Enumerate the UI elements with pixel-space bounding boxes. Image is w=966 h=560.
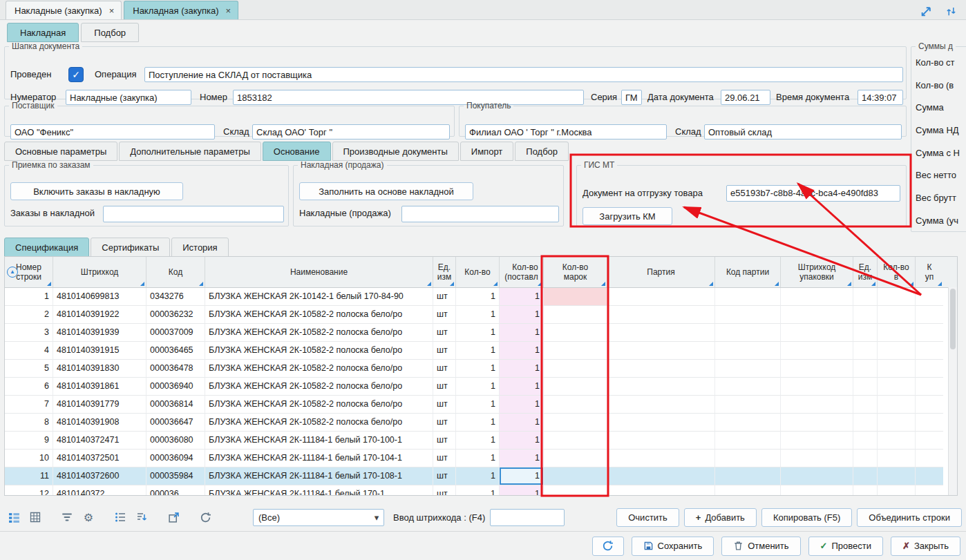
- cell-name[interactable]: БЛУЗКА ЖЕНСКАЯ 2К-11184-1 белый 170-104-…: [205, 450, 433, 467]
- tab-specification[interactable]: Спецификация: [4, 238, 89, 257]
- cell-qty_in[interactable]: [878, 467, 916, 485]
- shipment-document-field[interactable]: e55193b7-c8b8-4aac-bca4-e490fd83: [726, 185, 900, 202]
- cell-k_up[interactable]: [916, 342, 943, 360]
- cell-barcode[interactable]: 4810140372501: [53, 450, 146, 467]
- cell-party_code[interactable]: [715, 378, 781, 396]
- cell-qty_post[interactable]: 1: [500, 396, 544, 414]
- table-row[interactable]: 44810140391915000036465БЛУЗКА ЖЕНСКАЯ 2К…: [5, 342, 957, 360]
- cell-party_code[interactable]: [715, 467, 781, 485]
- cell-unit[interactable]: шт: [433, 342, 456, 360]
- tab-derived-docs[interactable]: Производные документы: [332, 142, 459, 161]
- cell-unit[interactable]: шт: [433, 432, 456, 450]
- cell-unit2[interactable]: [853, 360, 878, 378]
- column-header[interactable]: Код: [146, 257, 205, 287]
- cell-barcode[interactable]: 4810140372471: [53, 432, 146, 450]
- buyer-sklad-field[interactable]: Оптовый склад: [704, 124, 902, 139]
- cell-qty_post[interactable]: 1: [500, 324, 544, 342]
- cell-qty_marks[interactable]: [544, 324, 607, 342]
- cell-k_up[interactable]: [916, 485, 943, 496]
- table-grid-icon[interactable]: [27, 509, 44, 525]
- cancel-button[interactable]: Отменить: [721, 537, 800, 556]
- cell-qty[interactable]: 1: [456, 324, 500, 342]
- close-icon[interactable]: ×: [109, 6, 115, 16]
- cell-party_code[interactable]: [715, 288, 781, 306]
- cell-party[interactable]: [607, 485, 715, 496]
- cell-name[interactable]: БЛУЗКА ЖЕНСКАЯ 2К-10582-2 полоска бело/р…: [205, 342, 433, 360]
- load-km-button[interactable]: Загрузить КМ: [583, 207, 672, 225]
- sort-order-icon[interactable]: ▲: [7, 267, 18, 278]
- cell-name[interactable]: БЛУЗКА ЖЕНСКАЯ 2К-10582-2 полоска бело/р…: [205, 414, 433, 432]
- column-header[interactable]: Ед. изм: [853, 257, 878, 287]
- supplier-sklad-field[interactable]: Склад ОАО' Торг ": [252, 124, 450, 139]
- barcode-input[interactable]: [490, 509, 565, 526]
- tab-nakladnaya[interactable]: Накладная: [7, 23, 79, 42]
- cell-qty_in[interactable]: [878, 432, 916, 450]
- tab-main-params[interactable]: Основные параметры: [4, 142, 117, 161]
- cell-unit[interactable]: шт: [433, 360, 456, 378]
- cell-unit2[interactable]: [853, 288, 878, 306]
- cell-party[interactable]: [607, 324, 715, 342]
- cell-code[interactable]: 000036465: [146, 342, 205, 360]
- column-header[interactable]: Ед. изм: [433, 257, 456, 287]
- cell-unit[interactable]: шт: [433, 378, 456, 396]
- cell-unit2[interactable]: [853, 485, 878, 496]
- tab-import[interactable]: Импорт: [460, 142, 513, 161]
- cell-barcode[interactable]: 4810140391779: [53, 396, 146, 414]
- cell-k_up[interactable]: [916, 414, 943, 432]
- column-header[interactable]: Кол-во: [456, 257, 500, 287]
- cell-num[interactable]: 5: [5, 360, 53, 378]
- cell-code[interactable]: 000037009: [146, 324, 205, 342]
- settings-gear-icon[interactable]: ⚙: [80, 509, 97, 525]
- cell-unit[interactable]: шт: [433, 396, 456, 414]
- cell-k_up[interactable]: [916, 378, 943, 396]
- cell-pack_barcode[interactable]: [781, 450, 853, 467]
- cell-unit2[interactable]: [853, 467, 878, 485]
- refresh-icon[interactable]: [197, 509, 214, 525]
- save-button[interactable]: Сохранить: [632, 537, 714, 556]
- cell-name[interactable]: БЛУЗКА ЖЕНСКАЯ 2К-10582-2 полоска бело/р…: [205, 306, 433, 324]
- cell-num[interactable]: 1: [5, 288, 53, 306]
- cell-code[interactable]: 000036814: [146, 396, 205, 414]
- open-external-icon[interactable]: [165, 509, 182, 525]
- cell-qty_in[interactable]: [878, 414, 916, 432]
- post-button[interactable]: ✓ Провести: [808, 537, 883, 556]
- cell-party[interactable]: [607, 467, 715, 485]
- cell-k_up[interactable]: [916, 432, 943, 450]
- cell-barcode[interactable]: 4810140391861: [53, 378, 146, 396]
- cell-barcode[interactable]: 4810140372600: [53, 467, 146, 485]
- numbered-list-icon[interactable]: [112, 509, 129, 525]
- cell-party_code[interactable]: [715, 485, 781, 496]
- fill-from-invoice-button[interactable]: Заполнить на основе накладной: [299, 182, 473, 200]
- cell-qty_post[interactable]: 1: [500, 450, 544, 467]
- cell-name[interactable]: БЛУЗКА ЖЕНСКАЯ 2К-10142-1 белый 170-84-9…: [205, 288, 433, 306]
- cell-unit[interactable]: шт: [433, 288, 456, 306]
- cell-qty[interactable]: 1: [456, 467, 500, 485]
- cell-name[interactable]: БЛУЗКА ЖЕНСКАЯ 2К-10582-2 полоска бело/р…: [205, 378, 433, 396]
- column-header[interactable]: К уп: [916, 257, 943, 287]
- cell-qty[interactable]: 1: [456, 378, 500, 396]
- buyer-field[interactable]: Филиал ОАО ' Торг " г.Москва: [465, 124, 667, 139]
- cell-qty_marks[interactable]: [544, 414, 607, 432]
- cell-k_up[interactable]: [916, 450, 943, 467]
- column-header[interactable]: Партия: [607, 257, 715, 287]
- table-row[interactable]: 84810140391908000036647БЛУЗКА ЖЕНСКАЯ 2К…: [5, 414, 957, 432]
- tab-invoice-document[interactable]: Накладная (закупка) ×: [124, 1, 238, 19]
- cell-qty_post[interactable]: 1: [500, 288, 544, 306]
- orders-in-invoice-field[interactable]: [103, 206, 284, 222]
- cell-qty[interactable]: 1: [456, 432, 500, 450]
- cell-qty_marks[interactable]: [544, 378, 607, 396]
- cell-num[interactable]: 9: [5, 432, 53, 450]
- cell-code[interactable]: 0343276: [146, 288, 205, 306]
- cell-unit[interactable]: шт: [433, 467, 456, 485]
- table-row[interactable]: 64810140391861000036940БЛУЗКА ЖЕНСКАЯ 2К…: [5, 378, 957, 396]
- cell-pack_barcode[interactable]: [781, 378, 853, 396]
- operation-field[interactable]: Поступление на СКЛАД от поставщика: [144, 67, 903, 82]
- cell-qty[interactable]: 1: [456, 288, 500, 306]
- cell-k_up[interactable]: [916, 306, 943, 324]
- cell-party[interactable]: [607, 414, 715, 432]
- clear-button[interactable]: Очистить: [616, 508, 679, 527]
- cell-pack_barcode[interactable]: [781, 288, 853, 306]
- cell-pack_barcode[interactable]: [781, 342, 853, 360]
- split-layout-icon[interactable]: [943, 3, 959, 19]
- copy-row-button[interactable]: Копировать (F5): [761, 508, 852, 527]
